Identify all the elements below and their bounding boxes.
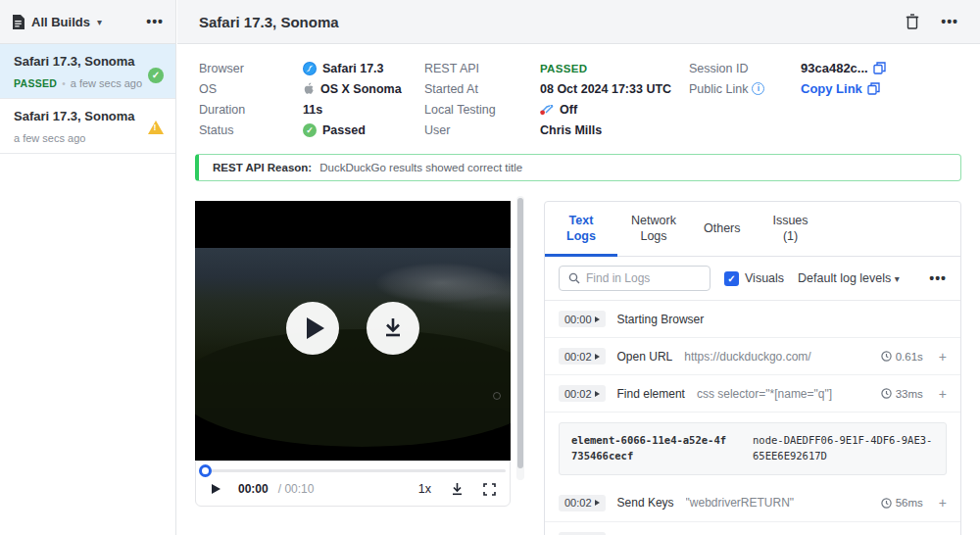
browser-name: Safari 17.3	[322, 62, 384, 75]
log-detail: "webdriverRETURN"	[686, 496, 795, 510]
fullscreen-icon[interactable]	[483, 483, 496, 496]
build-status-badge: PASSED	[14, 77, 57, 89]
play-video-button[interactable]	[286, 302, 339, 355]
public-link-label: Public Link	[689, 82, 748, 96]
copy-icon[interactable]	[873, 62, 886, 74]
warning-triangle-icon	[148, 121, 164, 134]
clock-icon	[881, 498, 892, 509]
visuals-label[interactable]: Visuals	[745, 271, 784, 285]
log-row[interactable]: 00:02 Send Keys "webdriverRETURN" 56ms +	[545, 485, 960, 522]
apple-icon	[303, 82, 315, 96]
log-duration: 56ms	[881, 497, 923, 509]
scrollbar-thumb[interactable]	[517, 198, 523, 468]
log-row[interactable]: 00:02 Open URL https://duckduckgo.com/ 0…	[545, 338, 960, 375]
builds-header: All Builds ▾ •••	[0, 0, 175, 44]
check-circle-icon: ✓	[148, 68, 164, 83]
document-icon	[12, 15, 24, 29]
video-frame[interactable]	[195, 201, 511, 461]
download-video-button[interactable]	[367, 302, 419, 355]
builds-filter-label[interactable]: All Builds	[31, 15, 90, 29]
content-scrollbar	[516, 196, 524, 480]
builds-more-button[interactable]: •••	[146, 14, 164, 29]
copy-link-button[interactable]: Copy Link	[801, 81, 886, 96]
tab-text-logs[interactable]: Text Logs	[545, 202, 617, 256]
video-progress-handle[interactable]	[199, 464, 212, 477]
chevron-down-icon[interactable]: ▾	[97, 17, 102, 27]
log-action: Open URL	[617, 350, 673, 364]
status-text: Passed	[322, 123, 366, 137]
visuals-checkbox[interactable]: ✓	[724, 271, 739, 286]
started-at-value: 08 Oct 2024 17:33 UTC	[540, 82, 689, 96]
build-list-item[interactable]: Safari 17.3, Sonoma a few secs ago	[0, 99, 175, 154]
copy-icon	[867, 82, 880, 95]
session-title: Safari 17.3, Sonoma	[199, 14, 339, 30]
log-action: Find element	[617, 387, 685, 401]
log-search-input[interactable]	[586, 271, 694, 285]
delete-session-button[interactable]	[906, 14, 919, 29]
browser-value: Safari 17.3	[303, 62, 424, 75]
log-timestamp[interactable]: 00:00	[559, 311, 606, 327]
tab-issues[interactable]: Issues (1)	[755, 202, 827, 256]
build-time: a few secs ago	[14, 132, 85, 144]
expand-plus-button[interactable]: +	[939, 349, 947, 365]
meta-column-3: Session ID 93ca482c... Public Link i Cop…	[689, 58, 886, 140]
tab-others[interactable]: Others	[690, 202, 755, 256]
session-meta: Browser Safari 17.3 OS OS X Sonoma Durat…	[177, 44, 980, 152]
local-testing-value: Off	[540, 103, 689, 117]
log-timestamp[interactable]: 00:02	[559, 495, 606, 511]
log-action: Send Keys	[617, 496, 674, 510]
expand-caret-icon	[595, 500, 600, 506]
meta-column-1: Browser Safari 17.3 OS OS X Sonoma Durat…	[199, 58, 424, 140]
search-icon	[568, 272, 580, 284]
tab-network-logs[interactable]: Network Logs	[617, 202, 690, 256]
rest-api-status: PASSED	[540, 63, 689, 74]
logs-toolbar: ✓ Visuals Default log levels ▾ •••	[545, 257, 960, 301]
meta-label: Browser	[199, 62, 277, 75]
log-levels-dropdown[interactable]: Default log levels ▾	[798, 271, 900, 285]
meta-label: Duration	[199, 103, 277, 117]
build-subline: a few secs ago	[14, 132, 164, 144]
play-icon[interactable]	[212, 484, 220, 494]
meta-label: Session ID	[689, 62, 775, 75]
expand-plus-button[interactable]: +	[939, 386, 947, 402]
meta-label: OS	[199, 82, 277, 96]
expand-plus-button[interactable]: +	[939, 495, 947, 511]
build-list-item-selected[interactable]: Safari 17.3, Sonoma PASSED • a few secs …	[0, 44, 175, 99]
session-content: 00:00 / 00:10 1x	[177, 171, 980, 535]
log-search[interactable]	[559, 266, 710, 291]
element-result-block: element-6066-11e4-a52e-4f735466cecf node…	[559, 422, 947, 475]
meta-label: Local Testing	[424, 103, 514, 117]
log-row[interactable]: 00:00 Starting Browser	[545, 301, 960, 338]
session-id-text: 93ca482c...	[801, 61, 868, 75]
duration-value: 11s	[303, 103, 424, 117]
user-value: Chris Mills	[540, 123, 689, 137]
log-row[interactable]: 00:02 Find element css selector="*[name=…	[545, 375, 960, 413]
log-row[interactable]: 00:04 Get page title 8ms +	[545, 522, 960, 535]
log-timestamp[interactable]: 00:02	[559, 348, 606, 365]
logs-panel: Text Logs Network Logs Others Issues (1)…	[544, 201, 961, 535]
meta-label: User	[424, 123, 514, 137]
meta-label: Status	[199, 123, 277, 137]
session-more-button[interactable]: •••	[941, 14, 958, 29]
log-entries: 00:00 Starting Browser 00:02 Open URL ht…	[545, 301, 960, 535]
info-icon[interactable]: i	[752, 82, 764, 95]
playback-speed-button[interactable]: 1x	[418, 482, 431, 496]
session-detail: Safari 17.3, Sonoma ••• Browser Safari 1…	[177, 0, 980, 535]
copy-link-text: Copy Link	[801, 81, 862, 96]
download-icon[interactable]	[451, 482, 464, 496]
play-icon	[307, 317, 324, 339]
logs-tabs: Text Logs Network Logs Others Issues (1)	[545, 202, 960, 257]
chevron-down-icon: ▾	[895, 273, 900, 284]
log-detail: https://duckduckgo.com/	[684, 350, 810, 364]
logs-more-button[interactable]: •••	[929, 270, 947, 286]
log-timestamp[interactable]: 00:02	[559, 385, 606, 402]
video-progress-bar[interactable]	[200, 469, 506, 472]
session-id-value[interactable]: 93ca482c...	[801, 61, 886, 75]
build-title: Safari 17.3, Sonoma	[14, 109, 164, 123]
trash-icon	[906, 14, 919, 29]
meta-column-2: REST API PASSED Started At 08 Oct 2024 1…	[424, 58, 689, 140]
session-header: Safari 17.3, Sonoma •••	[177, 0, 980, 44]
log-detail: css selector="*[name="q"]	[697, 387, 832, 401]
status-value: ✓ Passed	[303, 123, 424, 137]
expand-caret-icon	[595, 391, 600, 397]
